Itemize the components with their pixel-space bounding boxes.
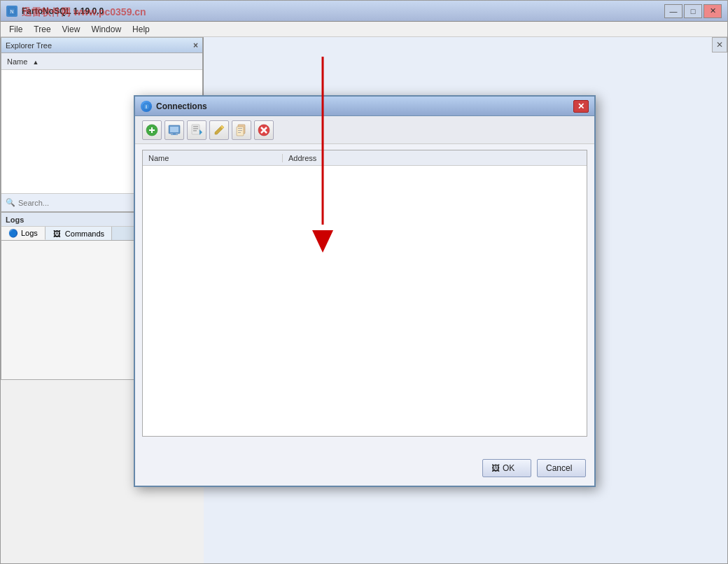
dialog-close-button[interactable]: ✕ xyxy=(573,100,589,113)
dialog-toolbar xyxy=(135,116,594,144)
dialog-overlay: i Connections ✕ xyxy=(1,1,727,563)
connections-dialog: i Connections ✕ xyxy=(134,95,596,487)
import-button[interactable] xyxy=(187,120,206,140)
svg-rect-22 xyxy=(237,127,244,136)
delete-button[interactable] xyxy=(254,120,274,140)
svg-rect-23 xyxy=(238,128,242,129)
dialog-title-bar: i Connections ✕ xyxy=(135,97,594,116)
main-window: N FartoNoSQL 1.19.0.0 — □ ✕ File Tree Vi… xyxy=(0,0,728,564)
svg-rect-16 xyxy=(193,130,197,132)
connect-button[interactable] xyxy=(164,120,184,140)
svg-text:i: i xyxy=(146,104,147,109)
dialog-title-left: i Connections xyxy=(141,101,207,112)
dialog-footer: 🖼 OK Cancel xyxy=(482,459,586,477)
table-body xyxy=(143,166,587,432)
add-connection-button[interactable] xyxy=(142,120,162,140)
copy-button[interactable] xyxy=(232,120,251,140)
ok-icon: 🖼 xyxy=(491,463,500,473)
svg-rect-25 xyxy=(238,132,241,133)
svg-rect-15 xyxy=(193,128,198,129)
col-header-address: Address xyxy=(283,154,587,162)
svg-rect-14 xyxy=(193,126,198,127)
table-header: Name Address xyxy=(143,150,587,166)
svg-rect-12 xyxy=(171,134,178,135)
connections-table[interactable]: Name Address xyxy=(142,150,587,437)
edit-button[interactable] xyxy=(209,120,229,140)
col-header-name: Name xyxy=(143,154,283,162)
ok-label: OK xyxy=(503,463,514,473)
svg-rect-10 xyxy=(170,127,178,132)
ok-button[interactable]: 🖼 OK xyxy=(482,459,531,477)
svg-rect-24 xyxy=(238,130,242,131)
dialog-icon: i xyxy=(141,101,152,112)
dialog-title-text: Connections xyxy=(156,101,207,111)
svg-marker-17 xyxy=(200,129,202,135)
cancel-label: Cancel xyxy=(546,463,572,473)
cancel-button[interactable]: Cancel xyxy=(537,459,586,477)
